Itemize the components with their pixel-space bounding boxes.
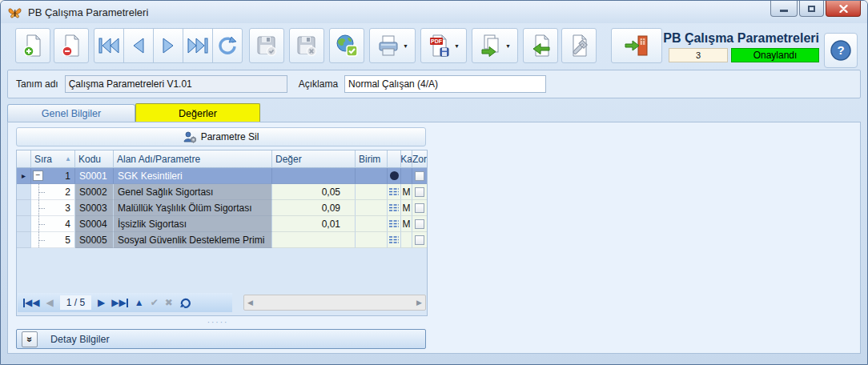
collapse-detail-button[interactable]: » xyxy=(22,331,38,347)
new-record-icon xyxy=(21,34,45,58)
save-cancel-icon xyxy=(295,34,319,58)
cell-deger: 0,09 xyxy=(272,200,356,216)
print-button[interactable]: ▼ xyxy=(369,28,416,63)
pdf-dropdown-caret[interactable]: ▼ xyxy=(454,43,460,49)
maximize-button[interactable] xyxy=(799,1,824,17)
header-birim[interactable]: Birim xyxy=(356,150,388,168)
zorunlu-checkbox[interactable] xyxy=(415,171,424,181)
revert-button[interactable] xyxy=(523,28,558,63)
record-header: PB Çalışma Parametreleri 3 Onaylandı xyxy=(663,31,819,62)
header-detail-icon-col[interactable] xyxy=(388,150,401,168)
print-dropdown-caret[interactable]: ▼ xyxy=(403,43,408,49)
table-row[interactable]: 5 S0005 Sosyal Güvenlik Destekleme Primi xyxy=(17,232,427,248)
parameter-delete-icon xyxy=(183,131,196,143)
svg-text:PDF: PDF xyxy=(431,38,443,44)
table-row[interactable]: 4 S0004 İşsizlik Sigortası 0,01 M xyxy=(17,216,427,232)
aciklama-field[interactable] xyxy=(344,75,546,93)
minimize-icon xyxy=(780,10,788,12)
close-button[interactable] xyxy=(826,1,861,17)
window-title: PB Çalışma Parametreleri xyxy=(28,6,148,18)
cell-deger xyxy=(272,232,356,248)
nav-cancel-button[interactable]: ✖ xyxy=(165,298,173,307)
cell-kodu: S0001 xyxy=(75,168,114,184)
delete-record-button[interactable] xyxy=(54,28,89,63)
tab-genel-bilgiler[interactable]: Genel Bilgiler xyxy=(7,104,135,122)
zorunlu-checkbox[interactable] xyxy=(415,203,424,213)
header-zor[interactable]: Zor xyxy=(412,150,427,168)
scroll-left-icon[interactable]: ◀ xyxy=(247,299,253,307)
detail-lines-icon xyxy=(388,187,400,196)
zorunlu-checkbox[interactable] xyxy=(415,219,424,229)
nav-first-button[interactable]: ◀◀ xyxy=(23,298,39,307)
parametre-sil-button[interactable]: Parametre Sil xyxy=(16,127,426,146)
previous-record-button[interactable] xyxy=(123,28,154,63)
detail-panel-bar[interactable]: » Detay Bilgiler xyxy=(16,329,426,349)
cell-ka: M xyxy=(401,184,412,200)
nav-confirm-button[interactable]: ✔ xyxy=(151,298,159,307)
copy-dropdown-caret[interactable]: ▼ xyxy=(505,43,511,49)
pager-label: 1 / 5 xyxy=(60,295,91,310)
pdf-export-button[interactable]: PDF ▼ xyxy=(420,28,467,63)
header-alan-adi[interactable]: Alan Adı/Parametre xyxy=(114,150,272,168)
titlebar[interactable]: PB Çalışma Parametreleri xyxy=(1,1,867,23)
save-cancel-button[interactable] xyxy=(289,28,324,63)
row-indicator xyxy=(17,216,31,232)
nav-refresh-button[interactable] xyxy=(179,297,191,308)
horizontal-scrollbar[interactable]: ◀ ▶ xyxy=(243,295,426,311)
header-ka[interactable]: Ka xyxy=(401,150,412,168)
exit-button[interactable] xyxy=(611,28,662,63)
cell-birim xyxy=(356,216,388,232)
deger-value: 0,09 xyxy=(272,203,355,214)
window-controls xyxy=(770,1,861,17)
table-row[interactable]: 3 S0003 Malüllük Yaşlılık Ölüm Sigortası… xyxy=(17,200,427,216)
tab-degerler[interactable]: Değerler xyxy=(135,103,260,122)
sira-value: 4 xyxy=(50,219,74,230)
zorunlu-checkbox[interactable] xyxy=(415,235,424,245)
nav-next-button[interactable]: ▶ xyxy=(98,298,105,307)
publish-button[interactable] xyxy=(329,28,364,63)
header-sira[interactable]: Sıra ▲ xyxy=(31,150,75,168)
splitter-handle[interactable]: ····· xyxy=(8,318,428,327)
print-icon xyxy=(376,34,400,58)
cell-alan: Malüllük Yaşlılık Ölüm Sigortası xyxy=(114,200,272,216)
copy-transfer-button[interactable]: ▼ xyxy=(472,28,518,63)
tree-connector xyxy=(38,232,50,247)
table-row[interactable]: 2 S0002 Genel Sağlık Sigortası 0,05 M xyxy=(17,184,427,200)
cell-birim xyxy=(356,184,388,200)
scroll-right-icon[interactable]: ▶ xyxy=(416,299,422,307)
cell-alan: Genel Sağlık Sigortası xyxy=(114,184,272,200)
first-record-button[interactable] xyxy=(94,28,124,63)
tanim-adi-field[interactable] xyxy=(65,75,287,93)
cell-sira: 2 xyxy=(31,184,75,200)
cell-zor xyxy=(412,184,427,200)
save-button[interactable] xyxy=(249,28,284,63)
collapse-row-icon[interactable]: − xyxy=(33,170,43,181)
save-icon xyxy=(255,34,279,58)
last-record-button[interactable] xyxy=(183,28,213,63)
group-row-icon xyxy=(390,171,399,180)
row-indicator: ▸ xyxy=(17,168,31,184)
next-record-button[interactable] xyxy=(153,28,183,63)
nav-previous-button[interactable]: ◀ xyxy=(46,298,53,307)
new-record-button[interactable] xyxy=(15,28,50,63)
header-deger[interactable]: Değer xyxy=(272,150,356,168)
table-row[interactable]: ▸ − 1 S0001 SGK Kesintileri xyxy=(17,168,427,184)
minimize-button[interactable] xyxy=(770,1,798,17)
refresh-button[interactable] xyxy=(212,28,243,63)
form-panel: Tanım adı Açıklama xyxy=(7,70,861,98)
nav-insert-button[interactable]: ▲ xyxy=(135,298,144,307)
zorunlu-checkbox[interactable] xyxy=(415,187,424,197)
cell-kodu: S0005 xyxy=(75,232,114,248)
nav-last-button[interactable]: ▶▶ xyxy=(111,298,127,307)
help-button[interactable]: ? xyxy=(824,33,858,68)
delete-record-icon xyxy=(59,34,83,58)
header-kodu[interactable]: Kodu xyxy=(75,150,114,168)
page-title: PB Çalışma Parametreleri xyxy=(663,31,819,46)
refresh-icon xyxy=(217,35,238,56)
settings-button[interactable] xyxy=(561,28,597,63)
tanim-adi-label: Tanım adı xyxy=(16,78,58,90)
cell-sira: 5 xyxy=(31,232,75,248)
tab-strip: Genel Bilgiler Değerler xyxy=(7,103,260,122)
maximize-icon xyxy=(808,6,815,12)
grid-footer: ◀◀ ◀ 1 / 5 ▶ ▶▶ ▲ ✔ ✖ ◀ ▶ xyxy=(18,293,426,312)
